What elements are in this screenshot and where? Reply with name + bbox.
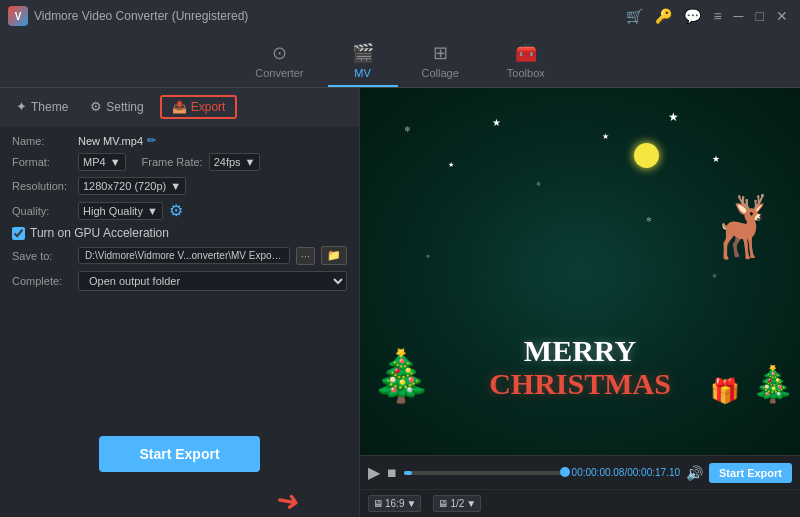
framerate-select[interactable]: 24fps ▼ <box>209 153 261 171</box>
app-title: Vidmore Video Converter (Unregistered) <box>34 9 248 23</box>
time-display: 00:00:00.08/00:00:17.10 <box>572 467 680 478</box>
tab-mv-label: MV <box>354 67 371 79</box>
cart-icon[interactable]: 🛒 <box>622 8 647 24</box>
star-icon-4: ★ <box>448 161 454 169</box>
name-label: Name: <box>12 135 72 147</box>
resolution-value: 1280x720 (720p) <box>83 180 166 192</box>
theme-button[interactable]: ✦ Theme <box>10 96 74 117</box>
quality-value: High Quality <box>83 205 143 217</box>
complete-row: Complete: Open output folder <box>12 271 347 291</box>
start-export-button[interactable]: Start Export <box>99 436 259 472</box>
saveto-dots-button[interactable]: ··· <box>296 247 315 265</box>
star-icon-2: ★ <box>602 132 609 141</box>
saveto-label: Save to: <box>12 250 72 262</box>
star-icon-5: ★ <box>712 154 720 164</box>
progress-fill <box>404 471 412 475</box>
edit-icon[interactable]: ✏ <box>147 134 156 147</box>
progress-bar[interactable] <box>404 471 566 475</box>
menu-icon[interactable]: ≡ <box>709 8 725 24</box>
tab-toolbox[interactable]: 🧰 Toolbox <box>483 36 569 87</box>
star-icon: ★ <box>492 117 501 128</box>
sub-toolbar: ✦ Theme ⚙ Setting 📤 Export <box>0 88 359 126</box>
resolution-select[interactable]: 1280x720 (720p) ▼ <box>78 177 186 195</box>
page-select[interactable]: 🖥 1/2 ▼ <box>433 495 481 512</box>
chat-icon[interactable]: 💬 <box>680 8 705 24</box>
volume-icon[interactable]: 🔊 <box>686 465 703 481</box>
progress-dot <box>560 467 570 477</box>
controls-row-2: 🖥 16:9 ▼ 🖥 1/2 ▼ <box>360 489 800 517</box>
start-export-right-button[interactable]: Start Export <box>709 463 792 483</box>
setting-label: Setting <box>106 100 143 114</box>
mv-icon: 🎬 <box>352 42 374 64</box>
tab-converter[interactable]: ⊙ Converter <box>231 36 327 87</box>
minimize-icon[interactable]: ─ <box>730 8 748 24</box>
christmas-word: CHRISTMAS <box>489 367 671 400</box>
name-value: New MV.mp4 ✏ <box>78 134 156 147</box>
main-content: ✦ Theme ⚙ Setting 📤 Export Name: New MV.… <box>0 88 800 517</box>
tab-mv[interactable]: 🎬 MV <box>328 36 398 87</box>
format-select[interactable]: MP4 ▼ <box>78 153 126 171</box>
tab-collage[interactable]: ⊞ Collage <box>398 36 483 87</box>
titlebar-right[interactable]: 🛒 🔑 💬 ≡ ─ □ ✕ <box>622 8 792 24</box>
monitor-icon: 🖥 <box>373 498 383 509</box>
tree-right-icon: 🎄 <box>751 364 795 405</box>
merry-text: MERRY <box>489 334 671 367</box>
star-icon-3: ★ <box>668 110 679 124</box>
framerate-chevron-icon: ▼ <box>245 156 256 168</box>
format-chevron-icon: ▼ <box>110 156 121 168</box>
layout-icon: 🖥 <box>438 498 448 509</box>
top-navigation: ⊙ Converter 🎬 MV ⊞ Collage 🧰 Toolbox <box>0 32 800 88</box>
toolbox-icon: 🧰 <box>515 42 537 64</box>
complete-label: Complete: <box>12 275 72 287</box>
converter-icon: ⊙ <box>272 42 287 64</box>
gear-icon: ⚙ <box>90 99 102 114</box>
christmas-scene: ★ ★ ★ ★ ★ 🦌 ❄ ❄ ❄ ❄ ❄ 🎄 <box>360 88 800 455</box>
tab-converter-label: Converter <box>255 67 303 79</box>
snowflake-icon-5: ❄ <box>712 272 717 279</box>
export-label: Export <box>191 100 226 114</box>
arrow-area: ➜ <box>0 484 359 517</box>
export-button[interactable]: 📤 Export <box>160 95 238 119</box>
tree-left-icon: 🎄 <box>370 347 432 405</box>
resolution-chevron-icon: ▼ <box>170 180 181 192</box>
complete-select[interactable]: Open output folder <box>78 271 347 291</box>
theme-icon: ✦ <box>16 99 27 114</box>
christmas-text: MERRY CHRISTMAS <box>489 334 671 400</box>
saveto-browse-button[interactable]: 📁 <box>321 246 347 265</box>
quality-settings-icon[interactable]: ⚙ <box>169 201 183 220</box>
video-controls: ▶ ⏹ 00:00:00.08/00:00:17.10 🔊 Start Expo… <box>360 455 800 489</box>
aspect-ratio-select[interactable]: 🖥 16:9 ▼ <box>368 495 421 512</box>
stop-button[interactable]: ⏹ <box>386 466 398 480</box>
reindeer-sleigh-icon: 🦌 <box>703 191 778 262</box>
moon <box>634 143 659 168</box>
preview-canvas: ★ ★ ★ ★ ★ 🦌 ❄ ❄ ❄ ❄ ❄ 🎄 <box>360 88 800 455</box>
saveto-path: D:\Vidmore\Vidmore V...onverter\MV Expor… <box>78 247 290 264</box>
snowflake-icon: ❄ <box>404 125 411 134</box>
aspect-ratio-value: 16:9 <box>385 498 404 509</box>
aspect-chevron-icon: ▼ <box>406 498 416 509</box>
gift-icon[interactable]: 🔑 <box>651 8 676 24</box>
format-row: Format: MP4 ▼ Frame Rate: 24fps ▼ <box>12 153 347 171</box>
maximize-icon[interactable]: □ <box>752 8 768 24</box>
setting-button[interactable]: ⚙ Setting <box>84 96 149 117</box>
saveto-row: Save to: D:\Vidmore\Vidmore V...onverter… <box>12 246 347 265</box>
gpu-checkbox[interactable] <box>12 227 25 240</box>
play-button[interactable]: ▶ <box>368 463 380 482</box>
format-label: Format: <box>12 156 72 168</box>
collage-icon: ⊞ <box>433 42 448 64</box>
titlebar: V Vidmore Video Converter (Unregistered)… <box>0 0 800 32</box>
framerate-label: Frame Rate: <box>142 156 203 168</box>
titlebar-left: V Vidmore Video Converter (Unregistered) <box>8 6 248 26</box>
snowflake-icon-2: ❄ <box>536 180 541 187</box>
page-value: 1/2 <box>450 498 464 509</box>
name-row: Name: New MV.mp4 ✏ <box>12 134 347 147</box>
app-icon: V <box>8 6 28 26</box>
snowflake-icon-3: ❄ <box>646 216 652 224</box>
preview-area: ★ ★ ★ ★ ★ 🦌 ❄ ❄ ❄ ❄ ❄ 🎄 <box>360 88 800 455</box>
quality-chevron-icon: ▼ <box>147 205 158 217</box>
quality-select[interactable]: High Quality ▼ <box>78 202 163 220</box>
tab-toolbox-label: Toolbox <box>507 67 545 79</box>
resolution-label: Resolution: <box>12 180 72 192</box>
close-icon[interactable]: ✕ <box>772 8 792 24</box>
format-value: MP4 <box>83 156 106 168</box>
